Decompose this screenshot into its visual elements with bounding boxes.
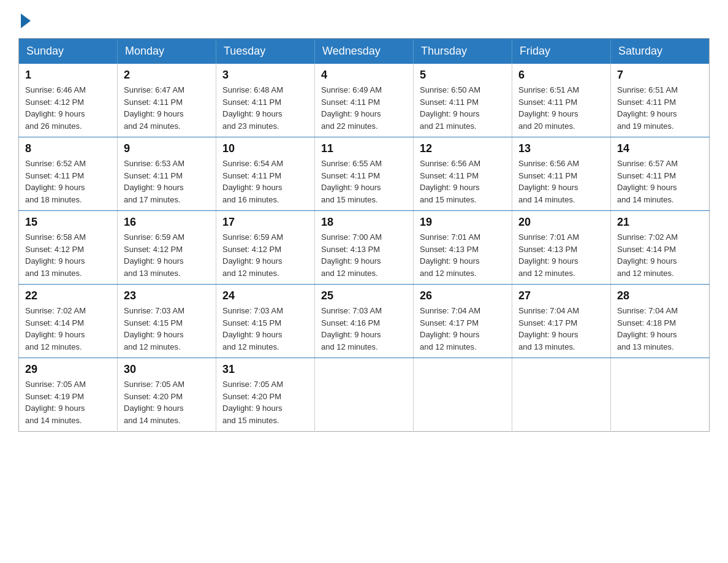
day-info: Sunrise: 6:50 AMSunset: 4:11 PMDaylight:…	[420, 85, 480, 131]
day-number: 28	[617, 289, 703, 302]
table-row: 5 Sunrise: 6:50 AMSunset: 4:11 PMDayligh…	[414, 64, 512, 137]
day-number: 3	[222, 69, 308, 82]
day-info: Sunrise: 7:03 AMSunset: 4:15 PMDaylight:…	[124, 306, 184, 351]
day-number: 26	[420, 289, 506, 302]
table-row: 30 Sunrise: 7:05 AMSunset: 4:20 PMDaylig…	[118, 358, 216, 432]
table-row: 15 Sunrise: 6:58 AMSunset: 4:12 PMDaylig…	[19, 211, 118, 285]
table-row: 6 Sunrise: 6:51 AMSunset: 4:11 PMDayligh…	[512, 64, 611, 137]
day-number: 29	[25, 363, 111, 376]
day-info: Sunrise: 6:48 AMSunset: 4:11 PMDaylight:…	[222, 85, 283, 131]
day-info: Sunrise: 6:55 AMSunset: 4:11 PMDaylight:…	[321, 159, 382, 204]
day-number: 2	[124, 69, 210, 82]
day-info: Sunrise: 7:03 AMSunset: 4:16 PMDaylight:…	[321, 306, 382, 351]
day-number: 17	[222, 216, 308, 229]
day-info: Sunrise: 6:57 AMSunset: 4:11 PMDaylight:…	[617, 159, 678, 204]
table-row	[611, 358, 710, 432]
day-info: Sunrise: 7:04 AMSunset: 4:17 PMDaylight:…	[420, 306, 480, 351]
day-info: Sunrise: 6:56 AMSunset: 4:11 PMDaylight:…	[420, 159, 480, 204]
day-number: 30	[124, 363, 210, 376]
table-row: 8 Sunrise: 6:52 AMSunset: 4:11 PMDayligh…	[19, 137, 118, 211]
day-info: Sunrise: 6:49 AMSunset: 4:11 PMDaylight:…	[321, 85, 382, 131]
day-info: Sunrise: 7:03 AMSunset: 4:15 PMDaylight:…	[222, 306, 283, 351]
table-row: 7 Sunrise: 6:51 AMSunset: 4:11 PMDayligh…	[611, 64, 710, 137]
day-number: 9	[124, 142, 210, 155]
day-header-monday: Monday	[118, 39, 216, 64]
table-row: 22 Sunrise: 7:02 AMSunset: 4:14 PMDaylig…	[19, 285, 118, 358]
calendar-week-row: 29 Sunrise: 7:05 AMSunset: 4:19 PMDaylig…	[19, 358, 710, 432]
days-header-row: SundayMondayTuesdayWednesdayThursdayFrid…	[19, 39, 710, 64]
logo	[18, 12, 31, 26]
table-row: 21 Sunrise: 7:02 AMSunset: 4:14 PMDaylig…	[611, 211, 710, 285]
day-number: 27	[518, 289, 604, 302]
day-info: Sunrise: 6:47 AMSunset: 4:11 PMDaylight:…	[124, 85, 184, 131]
logo-arrow-icon	[21, 13, 31, 28]
table-row: 2 Sunrise: 6:47 AMSunset: 4:11 PMDayligh…	[118, 64, 216, 137]
day-number: 11	[321, 142, 407, 155]
day-number: 12	[420, 142, 506, 155]
day-number: 15	[25, 216, 111, 229]
table-row: 20 Sunrise: 7:01 AMSunset: 4:13 PMDaylig…	[512, 211, 611, 285]
day-header-wednesday: Wednesday	[315, 39, 414, 64]
table-row: 17 Sunrise: 6:59 AMSunset: 4:12 PMDaylig…	[216, 211, 315, 285]
day-info: Sunrise: 6:53 AMSunset: 4:11 PMDaylight:…	[124, 159, 184, 204]
day-number: 21	[617, 216, 703, 229]
day-info: Sunrise: 6:51 AMSunset: 4:11 PMDaylight:…	[617, 85, 678, 131]
table-row: 1 Sunrise: 6:46 AMSunset: 4:12 PMDayligh…	[19, 64, 118, 137]
day-info: Sunrise: 6:51 AMSunset: 4:11 PMDaylight:…	[518, 85, 579, 131]
day-info: Sunrise: 6:58 AMSunset: 4:12 PMDaylight:…	[25, 232, 86, 278]
day-number: 6	[518, 69, 604, 82]
day-number: 25	[321, 289, 407, 302]
table-row	[512, 358, 611, 432]
day-header-sunday: Sunday	[19, 39, 118, 64]
day-info: Sunrise: 6:54 AMSunset: 4:11 PMDaylight:…	[222, 159, 283, 204]
table-row	[414, 358, 512, 432]
day-number: 8	[25, 142, 111, 155]
day-info: Sunrise: 7:01 AMSunset: 4:13 PMDaylight:…	[518, 232, 579, 278]
day-header-saturday: Saturday	[611, 39, 710, 64]
calendar-week-row: 8 Sunrise: 6:52 AMSunset: 4:11 PMDayligh…	[19, 137, 710, 211]
day-info: Sunrise: 7:05 AMSunset: 4:20 PMDaylight:…	[124, 380, 184, 425]
day-info: Sunrise: 6:56 AMSunset: 4:11 PMDaylight:…	[518, 159, 579, 204]
table-row: 9 Sunrise: 6:53 AMSunset: 4:11 PMDayligh…	[118, 137, 216, 211]
table-row: 28 Sunrise: 7:04 AMSunset: 4:18 PMDaylig…	[611, 285, 710, 358]
day-info: Sunrise: 6:52 AMSunset: 4:11 PMDaylight:…	[25, 159, 86, 204]
day-info: Sunrise: 7:04 AMSunset: 4:17 PMDaylight:…	[518, 306, 579, 351]
table-row: 10 Sunrise: 6:54 AMSunset: 4:11 PMDaylig…	[216, 137, 315, 211]
table-row: 16 Sunrise: 6:59 AMSunset: 4:12 PMDaylig…	[118, 211, 216, 285]
table-row: 29 Sunrise: 7:05 AMSunset: 4:19 PMDaylig…	[19, 358, 118, 432]
day-number: 7	[617, 69, 703, 82]
day-number: 23	[124, 289, 210, 302]
day-info: Sunrise: 7:00 AMSunset: 4:13 PMDaylight:…	[321, 232, 382, 278]
calendar-week-row: 1 Sunrise: 6:46 AMSunset: 4:12 PMDayligh…	[19, 64, 710, 137]
table-row	[315, 358, 414, 432]
day-number: 1	[25, 69, 111, 82]
day-number: 10	[222, 142, 308, 155]
day-number: 4	[321, 69, 407, 82]
day-info: Sunrise: 7:02 AMSunset: 4:14 PMDaylight:…	[25, 306, 86, 351]
table-row: 26 Sunrise: 7:04 AMSunset: 4:17 PMDaylig…	[414, 285, 512, 358]
table-row: 27 Sunrise: 7:04 AMSunset: 4:17 PMDaylig…	[512, 285, 611, 358]
table-row: 13 Sunrise: 6:56 AMSunset: 4:11 PMDaylig…	[512, 137, 611, 211]
day-info: Sunrise: 6:59 AMSunset: 4:12 PMDaylight:…	[222, 232, 283, 278]
day-number: 24	[222, 289, 308, 302]
day-info: Sunrise: 6:46 AMSunset: 4:12 PMDaylight:…	[25, 85, 86, 131]
day-info: Sunrise: 7:02 AMSunset: 4:14 PMDaylight:…	[617, 232, 678, 278]
day-header-tuesday: Tuesday	[216, 39, 315, 64]
day-number: 19	[420, 216, 506, 229]
table-row: 3 Sunrise: 6:48 AMSunset: 4:11 PMDayligh…	[216, 64, 315, 137]
calendar-table: SundayMondayTuesdayWednesdayThursdayFrid…	[18, 38, 710, 432]
day-number: 22	[25, 289, 111, 302]
day-number: 18	[321, 216, 407, 229]
day-info: Sunrise: 7:01 AMSunset: 4:13 PMDaylight:…	[420, 232, 480, 278]
table-row: 25 Sunrise: 7:03 AMSunset: 4:16 PMDaylig…	[315, 285, 414, 358]
day-number: 31	[222, 363, 308, 376]
table-row: 4 Sunrise: 6:49 AMSunset: 4:11 PMDayligh…	[315, 64, 414, 137]
day-info: Sunrise: 6:59 AMSunset: 4:12 PMDaylight:…	[124, 232, 184, 278]
day-number: 13	[518, 142, 604, 155]
day-info: Sunrise: 7:05 AMSunset: 4:20 PMDaylight:…	[222, 380, 283, 425]
header	[18, 12, 710, 26]
table-row: 18 Sunrise: 7:00 AMSunset: 4:13 PMDaylig…	[315, 211, 414, 285]
table-row: 14 Sunrise: 6:57 AMSunset: 4:11 PMDaylig…	[611, 137, 710, 211]
calendar-week-row: 15 Sunrise: 6:58 AMSunset: 4:12 PMDaylig…	[19, 211, 710, 285]
table-row: 31 Sunrise: 7:05 AMSunset: 4:20 PMDaylig…	[216, 358, 315, 432]
